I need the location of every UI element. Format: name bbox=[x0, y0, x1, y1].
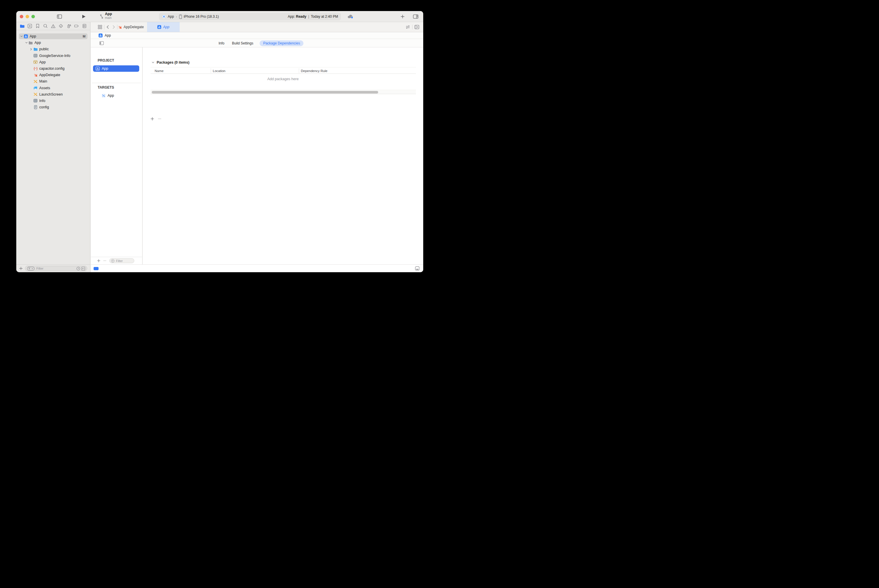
app-project-icon bbox=[24, 34, 28, 39]
toggle-project-pane-icon[interactable] bbox=[99, 39, 104, 47]
column-divider[interactable] bbox=[299, 68, 299, 73]
navigator-filter-input[interactable] bbox=[36, 266, 75, 270]
jump-bar[interactable]: App bbox=[91, 32, 423, 39]
file-label: capacitor.config bbox=[39, 66, 65, 70]
file-label: public bbox=[39, 47, 49, 51]
column-divider[interactable] bbox=[211, 68, 211, 73]
remove-target-button[interactable] bbox=[103, 259, 107, 262]
sidebar-item-config-11[interactable]: config bbox=[16, 104, 90, 110]
add-target-button[interactable] bbox=[97, 259, 100, 262]
swap-editor-icon[interactable] bbox=[406, 25, 410, 29]
project-section-header: PROJECT bbox=[98, 58, 114, 63]
disclosure-chevron-icon[interactable] bbox=[152, 62, 154, 63]
sidebar-item-launchscreen-9[interactable]: LaunchScreen bbox=[16, 91, 90, 98]
active-scheme-summary: App main bbox=[100, 12, 112, 20]
chevron-down-icon[interactable] bbox=[24, 42, 29, 44]
source-control-status-icon[interactable] bbox=[81, 267, 85, 270]
navigator-tab-spray-icon[interactable] bbox=[65, 22, 72, 30]
toolbar-project-name: App bbox=[105, 12, 112, 16]
file-label: App bbox=[39, 60, 46, 64]
sidebar-item-app-4[interactable]: App bbox=[16, 59, 90, 65]
sidebar-item-appdelegate-6[interactable]: AppDelegate bbox=[16, 72, 90, 78]
targets-filter-field[interactable] bbox=[109, 258, 134, 263]
target-item-app[interactable]: App bbox=[93, 92, 140, 99]
hide-debug-area-icon[interactable] bbox=[415, 266, 419, 270]
navigator-tab-tag-icon[interactable] bbox=[73, 22, 80, 30]
scrollbar-thumb[interactable] bbox=[152, 91, 378, 93]
navigator-tab-warning-icon[interactable] bbox=[50, 22, 57, 30]
sidebar-item-app-0[interactable]: AppM bbox=[16, 33, 90, 39]
sidebar-item-public-2[interactable]: public bbox=[16, 46, 90, 52]
editor-config-bar: InfoBuild SettingsPackage Dependencies bbox=[91, 39, 423, 47]
horizontal-scrollbar[interactable] bbox=[150, 90, 416, 94]
packages-section-title-row[interactable]: Packages (0 items) bbox=[152, 60, 189, 64]
running-app-chip[interactable] bbox=[93, 267, 99, 270]
add-package-button[interactable] bbox=[150, 117, 154, 121]
status-state: Ready bbox=[296, 15, 307, 19]
add-toolbar-button[interactable] bbox=[400, 11, 406, 22]
column-header-name[interactable]: Name bbox=[155, 68, 164, 74]
swift-icon bbox=[118, 25, 122, 29]
scheme-target-label[interactable]: App bbox=[168, 15, 174, 19]
activity-status: App: Ready | Today at 2:40 PM bbox=[288, 15, 338, 19]
selected-row-highlight bbox=[19, 33, 87, 39]
packages-empty-message: Add packages here bbox=[143, 77, 423, 81]
add-file-button[interactable] bbox=[19, 267, 23, 270]
navigator-tab-folder-icon[interactable] bbox=[19, 22, 26, 30]
column-header-location[interactable]: Location bbox=[213, 68, 225, 74]
project-pane-footer bbox=[91, 257, 142, 264]
xcode-window: App main App › iPhone 16 Pro (18.3.1) bbox=[16, 11, 423, 272]
project-item-label: App bbox=[102, 66, 108, 70]
editor-layout-button[interactable] bbox=[412, 11, 419, 22]
plist-icon bbox=[33, 54, 38, 58]
file-label: Main bbox=[39, 79, 47, 83]
editor-tab-app[interactable]: App bbox=[147, 22, 180, 32]
navigator-tab-diamond-check-icon[interactable] bbox=[57, 22, 65, 30]
sidebar-item-main-7[interactable]: Main bbox=[16, 78, 90, 84]
navigator-filter-field[interactable] bbox=[25, 266, 87, 271]
app-project-outline-icon bbox=[96, 66, 100, 70]
back-button[interactable] bbox=[107, 25, 109, 29]
scheme-selector[interactable]: App › iPhone 16 Pro (18.3.1) App: Ready … bbox=[159, 13, 341, 20]
navigator-sidebar: AppMApppublicGoogleService-InfoAppcapaci… bbox=[16, 22, 90, 272]
scheme-device-label[interactable]: iPhone 16 Pro (18.3.1) bbox=[184, 15, 219, 19]
sidebar-item-app-1[interactable]: App bbox=[16, 39, 90, 46]
filter-menu-icon[interactable] bbox=[27, 267, 35, 270]
recent-files-icon[interactable] bbox=[77, 267, 80, 270]
close-button[interactable] bbox=[20, 15, 23, 18]
sidebar-item-googleservice-info-3[interactable]: GoogleService-Info bbox=[16, 52, 90, 59]
column-header-dependency-rule[interactable]: Dependency Rule bbox=[301, 68, 327, 74]
project-targets-pane: PROJECT App TARGETS App bbox=[91, 47, 143, 264]
chevron-down-icon[interactable] bbox=[20, 36, 24, 37]
minimize-button[interactable] bbox=[26, 15, 29, 18]
toolbar: App main App › iPhone 16 Pro (18.3.1) bbox=[16, 11, 423, 22]
navigator-tab-bookmark-icon[interactable] bbox=[34, 22, 41, 30]
toggle-sidebar-icon[interactable] bbox=[56, 11, 63, 22]
project-item-app[interactable]: App bbox=[93, 65, 139, 72]
targets-section-header: TARGETS bbox=[98, 86, 114, 90]
editor-tab-label: AppDelegate bbox=[123, 25, 144, 29]
sidebar-item-assets-8[interactable]: Assets bbox=[16, 85, 90, 91]
jump-bar-item[interactable]: App bbox=[105, 33, 111, 38]
navigator-tab-xsquare-icon[interactable] bbox=[27, 22, 33, 30]
editor-tab-appdelegate[interactable]: AppDelegate bbox=[114, 22, 147, 32]
navigator-tab-search-icon[interactable] bbox=[42, 22, 49, 30]
remove-package-button[interactable] bbox=[158, 117, 161, 121]
tab-info[interactable]: Info bbox=[219, 41, 224, 45]
xcode-project-icon bbox=[162, 15, 166, 19]
doc-icon bbox=[33, 105, 38, 110]
add-editor-icon[interactable] bbox=[415, 25, 419, 29]
sidebar-item-info-10[interactable]: Info bbox=[16, 98, 90, 104]
packages-table-header: NameLocationDependency Rule bbox=[150, 67, 416, 74]
related-items-icon[interactable] bbox=[98, 25, 102, 29]
zoom-button[interactable] bbox=[32, 15, 35, 18]
run-button[interactable] bbox=[81, 11, 87, 22]
pane-divider bbox=[92, 83, 141, 83]
navigator-tab-report-icon[interactable] bbox=[81, 22, 88, 30]
tab-build-settings[interactable]: Build Settings bbox=[232, 41, 253, 45]
target-icon bbox=[102, 94, 105, 98]
sidebar-item-capacitor-config-5[interactable]: capacitor.config bbox=[16, 65, 90, 72]
chevron-right-icon[interactable] bbox=[29, 48, 33, 51]
tab-package-dependencies[interactable]: Package Dependencies bbox=[260, 40, 304, 46]
targets-filter-input[interactable] bbox=[116, 259, 132, 263]
